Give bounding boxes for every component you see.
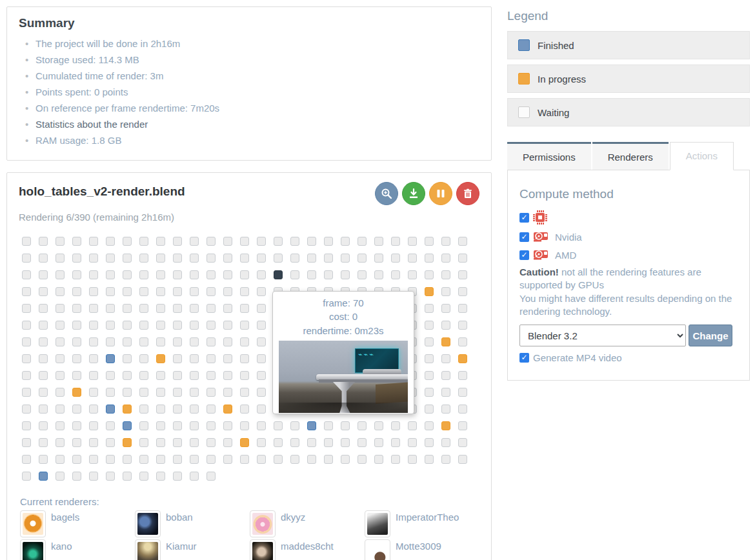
frame-cell[interactable]	[357, 438, 367, 447]
frame-cell[interactable]	[223, 254, 232, 263]
frame-cell[interactable]	[156, 472, 165, 481]
frame-cell[interactable]	[39, 421, 48, 430]
frame-cell[interactable]	[139, 354, 148, 363]
frame-cell[interactable]	[206, 270, 216, 279]
frame-cell[interactable]	[106, 287, 115, 296]
frame-cell[interactable]	[240, 321, 249, 330]
renderer-name[interactable]: Kiamur	[166, 539, 197, 552]
renderer-item[interactable]: Kiamur	[135, 539, 250, 560]
frame-cell[interactable]	[341, 254, 350, 263]
frame-cell[interactable]	[55, 388, 65, 397]
frame-cell[interactable]	[441, 405, 450, 414]
frame-cell[interactable]	[257, 388, 266, 397]
frame-cell[interactable]	[290, 438, 299, 447]
frame-cell[interactable]	[206, 254, 216, 263]
frame-cell[interactable]	[123, 405, 132, 414]
frame-cell[interactable]	[391, 237, 400, 246]
frame-cell[interactable]	[22, 455, 31, 464]
frame-cell[interactable]	[458, 254, 467, 263]
frame-cell[interactable]	[408, 455, 417, 464]
frame-cell[interactable]	[240, 421, 249, 430]
frame-cell[interactable]	[106, 405, 115, 414]
frame-cell[interactable]	[106, 254, 115, 263]
frame-cell[interactable]	[425, 304, 434, 313]
frame-cell[interactable]	[441, 270, 450, 279]
renderer-item[interactable]: dkyyz	[250, 510, 365, 538]
frame-cell[interactable]	[106, 472, 115, 481]
renderer-item[interactable]: ImperatorTheo	[365, 510, 479, 538]
frame-cell[interactable]	[173, 455, 182, 464]
renderer-name[interactable]: maddes8cht	[281, 539, 334, 552]
frame-cell[interactable]	[425, 388, 434, 397]
cpu-checkbox[interactable]: ✓	[519, 213, 529, 223]
frame-cell[interactable]	[139, 421, 148, 430]
frame-cell[interactable]	[139, 371, 148, 380]
frame-cell[interactable]	[240, 287, 249, 296]
frame-cell[interactable]	[123, 337, 132, 346]
frame-cell[interactable]	[257, 270, 266, 279]
frame-cell[interactable]	[123, 237, 132, 246]
frame-cell[interactable]	[123, 270, 132, 279]
frame-cell[interactable]	[441, 421, 450, 430]
frame-cell[interactable]	[139, 455, 148, 464]
frame-cell[interactable]	[257, 254, 266, 263]
frame-cell[interactable]	[190, 287, 199, 296]
frame-cell[interactable]	[190, 421, 199, 430]
frame-cell[interactable]	[55, 421, 65, 430]
frame-cell[interactable]	[22, 321, 31, 330]
frame-cell[interactable]	[307, 270, 316, 279]
frame-cell[interactable]	[206, 438, 216, 447]
frame-cell[interactable]	[425, 405, 434, 414]
frame-cell[interactable]	[341, 438, 350, 447]
frame-cell[interactable]	[89, 254, 98, 263]
frame-cell[interactable]	[425, 371, 434, 380]
frame-cell[interactable]	[39, 388, 48, 397]
frame-cell[interactable]	[190, 405, 199, 414]
renderer-item[interactable]: Motte3009	[365, 539, 479, 560]
frame-cell[interactable]	[22, 472, 31, 481]
frame-cell[interactable]	[290, 254, 299, 263]
frame-cell[interactable]	[22, 388, 31, 397]
frame-cell[interactable]	[391, 270, 400, 279]
frame-cell[interactable]	[22, 237, 31, 246]
frame-cell[interactable]	[441, 237, 450, 246]
frame-cell[interactable]	[39, 405, 48, 414]
frame-cell[interactable]	[206, 371, 216, 380]
frame-cell[interactable]	[206, 421, 216, 430]
frame-cell[interactable]	[106, 388, 115, 397]
frame-cell[interactable]	[72, 405, 81, 414]
frame-cell[interactable]	[39, 254, 48, 263]
frame-cell[interactable]	[139, 304, 148, 313]
renderer-item[interactable]: kano	[20, 539, 135, 560]
frame-cell[interactable]	[441, 287, 450, 296]
frame-cell[interactable]	[290, 270, 299, 279]
frame-cell[interactable]	[55, 371, 65, 380]
frame-cell[interactable]	[206, 405, 216, 414]
frame-cell[interactable]	[72, 337, 81, 346]
generate-mp4-checkbox[interactable]: ✓	[519, 353, 529, 363]
frame-cell[interactable]	[425, 421, 434, 430]
frame-cell[interactable]	[257, 321, 266, 330]
frame-cell[interactable]	[324, 455, 333, 464]
frame-cell[interactable]	[441, 321, 450, 330]
frame-cell[interactable]	[139, 388, 148, 397]
frame-cell[interactable]	[391, 254, 400, 263]
frame-cell[interactable]	[240, 405, 249, 414]
frame-cell[interactable]	[458, 321, 467, 330]
frame-cell[interactable]	[240, 455, 249, 464]
renderer-name[interactable]: bagels	[51, 510, 79, 523]
frame-cell[interactable]	[240, 388, 249, 397]
frame-cell[interactable]	[55, 287, 65, 296]
frame-cell[interactable]	[458, 237, 467, 246]
frame-cell[interactable]	[223, 354, 232, 363]
frame-cell[interactable]	[374, 237, 383, 246]
frame-cell[interactable]	[106, 421, 115, 430]
frame-cell[interactable]	[240, 254, 249, 263]
frame-cell[interactable]	[39, 304, 48, 313]
frame-cell[interactable]	[89, 237, 98, 246]
frame-cell[interactable]	[55, 304, 65, 313]
frame-cell[interactable]	[274, 455, 283, 464]
frame-cell[interactable]	[223, 455, 232, 464]
frame-cell[interactable]	[458, 388, 467, 397]
frame-cell[interactable]	[425, 354, 434, 363]
